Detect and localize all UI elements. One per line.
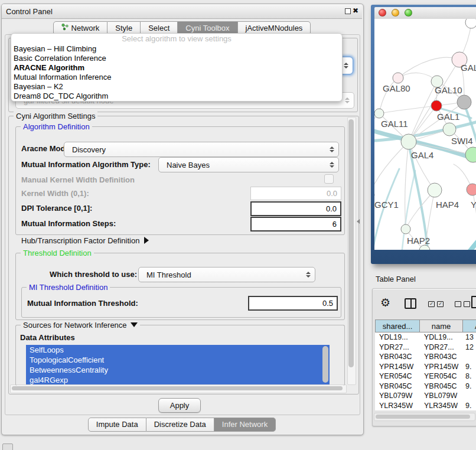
popup-item[interactable]: Bayesian – K2 xyxy=(11,82,342,92)
table-row[interactable]: YDR27...YDR27...12 xyxy=(375,343,476,353)
aracne-mode-value: Discovery xyxy=(64,145,329,154)
attribute-item[interactable]: TopologicalCoefficient xyxy=(26,355,330,365)
dpi-tolerance-field[interactable]: 0.0 xyxy=(250,201,341,216)
network-edge[interactable] xyxy=(472,190,476,244)
select-all-checkbox-icon-2[interactable]: ✓ xyxy=(437,301,444,307)
network-node-y[interactable] xyxy=(467,184,476,195)
threshold-definition-title: Threshold Definition xyxy=(21,249,94,257)
table-row[interactable]: YBR045CYBR045C9. xyxy=(375,381,476,392)
manual-kernel-checkbox[interactable] xyxy=(324,174,334,184)
control-panel-titlebar[interactable] xyxy=(2,4,362,19)
popup-item[interactable]: Bayesian – Hill Climbing xyxy=(11,44,342,54)
tab-infer-network[interactable]: Infer Network xyxy=(214,418,276,432)
zoom-traffic-light-icon[interactable] xyxy=(405,9,412,17)
which-threshold-label: Which threshold to use: xyxy=(50,270,137,279)
popup-item[interactable]: Mutual Information Inference xyxy=(11,73,342,82)
sources-toggle[interactable]: Sources for Network Inference xyxy=(21,321,140,330)
select-all-checkbox-icon[interactable]: ✓ xyxy=(428,301,435,307)
network-node[interactable] xyxy=(465,147,476,162)
data-attributes-list[interactable]: SelfLoopsTopologicalCoefficientBetweenne… xyxy=(26,345,330,384)
network-edge[interactable] xyxy=(467,230,476,250)
mi-type-combo[interactable]: Naive Bayes xyxy=(158,157,339,172)
table-horizontal-scrollbar[interactable] xyxy=(374,413,475,421)
column-header-a[interactable]: A xyxy=(463,319,476,332)
dpi-tolerance-label: DPI Tolerance [0,1]: xyxy=(21,204,92,213)
mi-threshold-field[interactable]: 0.5 xyxy=(248,296,338,311)
close-icon[interactable]: ✖ xyxy=(353,6,358,15)
minimize-traffic-light-icon[interactable] xyxy=(392,9,399,17)
network-node-hap2[interactable] xyxy=(401,224,410,234)
settings-horizontal-scrollbar[interactable] xyxy=(10,384,347,393)
settings-vertical-scrollbar[interactable] xyxy=(347,117,356,385)
tab-discretize-data[interactable]: Discretize Data xyxy=(146,418,214,432)
popup-item[interactable]: Basic Correlation Inference xyxy=(11,54,342,63)
table-cell: YBL079W xyxy=(420,392,463,400)
split-pane-collapse-icon[interactable] xyxy=(357,219,360,224)
split-columns-icon[interactable] xyxy=(405,298,416,309)
mi-threshold-title: MI Threshold Definition xyxy=(27,283,110,292)
table-panel: ⚙ ✓ ✓ shared...nameA YDL19...YDL19...13Y… xyxy=(372,288,476,426)
close-traffic-light-icon[interactable] xyxy=(379,9,386,17)
attribute-item[interactable]: SelfLoops xyxy=(26,345,330,355)
scrollbar-thumb[interactable] xyxy=(12,386,343,390)
export-table-icon[interactable] xyxy=(471,296,476,308)
node-label-swi4: SWI4 xyxy=(451,136,473,146)
network-node-gal11[interactable] xyxy=(374,109,384,118)
table-cell: YDR27... xyxy=(375,343,420,351)
tab-impute-data[interactable]: Impute Data xyxy=(88,418,146,432)
column-header-name[interactable]: name xyxy=(420,319,463,332)
attribute-item[interactable]: BetweennessCentrality xyxy=(26,365,330,375)
network-node[interactable] xyxy=(431,100,442,111)
network-edge[interactable] xyxy=(379,106,436,113)
network-node-hap4[interactable] xyxy=(428,183,442,197)
node-label-gal80: GAL80 xyxy=(383,83,410,93)
aracne-mode-combo[interactable]: Discovery xyxy=(64,142,339,157)
node-table[interactable]: shared...nameA YDL19...YDL19...13YDR27..… xyxy=(375,319,476,410)
hub-definition-label: Hub/Transcription Factor Definition xyxy=(21,236,139,245)
popup-item[interactable]: ARACNE Algorithm xyxy=(11,63,342,73)
manual-kernel-label: Manual Kernel Width Definition xyxy=(21,175,135,184)
gear-icon[interactable]: ⚙ xyxy=(380,296,390,309)
table-row[interactable]: YER054CYER054C8. xyxy=(375,371,476,381)
network-canvas[interactable]: GALGAL80GAL10GAL1GAL11GAL4SWI4GCY1HAP4YH… xyxy=(374,19,476,250)
popup-item[interactable]: Dream8 DC_TDC Algorithm xyxy=(11,92,342,101)
deselect-checkbox-icon[interactable] xyxy=(455,301,461,307)
node-label-gal11: GAL11 xyxy=(381,119,408,129)
network-node[interactable] xyxy=(457,95,471,109)
network-node[interactable] xyxy=(465,19,476,28)
table-cell: YBR045C xyxy=(420,382,463,390)
expand-right-icon xyxy=(144,237,149,244)
list-scrollbar-thumb[interactable] xyxy=(322,346,328,383)
table-row[interactable]: YPR145WYPR145W9. xyxy=(375,362,476,372)
float-window-icon[interactable] xyxy=(345,8,351,14)
table-cell: 9. xyxy=(463,402,476,410)
node-label-gal: GAL xyxy=(461,63,476,73)
which-threshold-value: MI Threshold xyxy=(139,270,305,279)
network-graph[interactable]: GALGAL80GAL10GAL1GAL11GAL4SWI4GCY1HAP4YH… xyxy=(374,19,476,250)
mi-type-value: Naive Bayes xyxy=(159,161,329,169)
table-row[interactable]: YDL19...YDL19...13 xyxy=(375,332,476,343)
apply-button[interactable]: Apply xyxy=(158,398,201,413)
node-label-gal10: GAL10 xyxy=(435,85,462,95)
stepper-up-icon xyxy=(344,63,348,65)
column-header-shared-[interactable]: shared... xyxy=(375,319,420,332)
network-node-gal80[interactable] xyxy=(393,73,403,83)
scrollbar-thumb[interactable] xyxy=(376,415,470,419)
table-body: YDL19...YDL19...13YDR27...YDR27...12YBR0… xyxy=(375,332,476,410)
network-node-gal1[interactable] xyxy=(443,123,456,136)
mi-steps-field[interactable]: 6 xyxy=(250,217,341,231)
node-label-hap4: HAP4 xyxy=(436,200,459,210)
network-window-titlebar[interactable] xyxy=(374,7,476,19)
hub-definition-toggle[interactable]: Hub/Transcription Factor Definition xyxy=(21,236,149,245)
table-row[interactable]: YBL079WYBL079W xyxy=(375,391,476,401)
scrollbar-thumb[interactable] xyxy=(348,119,354,367)
table-row[interactable]: YBR043CYBR043C xyxy=(375,352,476,362)
collapsed-panel-tab[interactable] xyxy=(2,444,13,450)
deselect-checkbox-icon-2[interactable] xyxy=(464,301,470,307)
table-row[interactable]: YLR345WYLR345W9. xyxy=(375,401,476,411)
kernel-width-field[interactable]: 0.0 xyxy=(250,187,341,200)
which-threshold-combo[interactable]: MI Threshold xyxy=(138,267,315,282)
network-node-gal4[interactable] xyxy=(401,134,416,149)
attribute-item[interactable]: gal4RGexp xyxy=(26,375,330,384)
network-view-window[interactable]: GALGAL80GAL10GAL1GAL11GAL4SWI4GCY1HAP4YH… xyxy=(371,5,476,264)
